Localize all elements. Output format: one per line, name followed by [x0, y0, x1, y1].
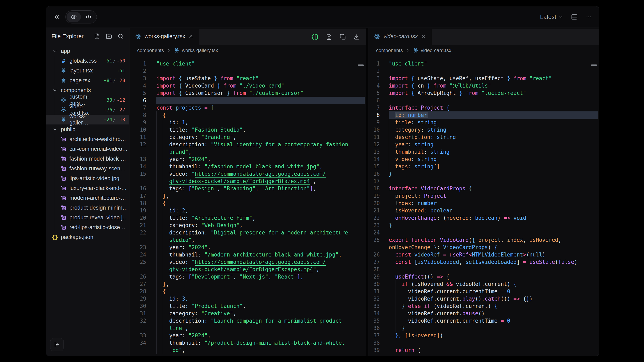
file-item-package.json[interactable]: {}package.json [46, 232, 129, 242]
line-number: 22 [368, 214, 389, 222]
line-number: 31 [368, 288, 389, 295]
line-number: 13 [130, 155, 156, 163]
file-item-luxury-car-black-and-[interactable]: luxury-car-black-and-… [46, 183, 129, 193]
tab-works-gallery[interactable]: works-gallery.tsx [130, 28, 199, 45]
react-file-icon [60, 67, 66, 74]
editor-splitter[interactable] [366, 28, 368, 356]
code-text: { [156, 200, 366, 207]
collapse-sidebar-button[interactable] [50, 338, 64, 352]
image-file-icon [60, 185, 66, 191]
line-number: 8 [368, 111, 389, 119]
code-text: category: "Branding", [156, 133, 366, 141]
diff-stats: +51/-50 [104, 58, 125, 63]
file-item-product-design-minim-[interactable]: product-design-minim… [46, 203, 129, 213]
react-file-icon [60, 97, 66, 103]
code-text: { [156, 111, 366, 119]
split-diff-icon[interactable] [311, 33, 318, 41]
code-text: video: "https://commondatastorage.google… [156, 258, 366, 266]
download-icon[interactable] [353, 33, 360, 40]
line-number: 24 [130, 251, 156, 258]
line-number: 15 [130, 170, 156, 178]
code-line: 21 category: "Web Design", [130, 222, 366, 229]
code-text: tags: ["Design", "Branding", "Art Direct… [156, 185, 366, 192]
version-dropdown[interactable]: Latest [540, 14, 563, 20]
file-item-page.tsx[interactable]: page.tsx+81/-28 [46, 75, 129, 85]
line-number: 27 [130, 280, 156, 288]
file-diff-icon[interactable] [326, 33, 332, 40]
file-item-product-reveal-video.j-[interactable]: product-reveal-video.j… [46, 213, 129, 222]
file-item-modern-architecture-[interactable]: modern-architecture-… [46, 193, 129, 203]
file-item-layout.tsx[interactable]: layout.tsx+51 [46, 66, 129, 75]
tabstrip-right: video-card.tsx [368, 28, 599, 45]
line-number [130, 178, 156, 185]
code-text: year: "2024", [156, 155, 366, 163]
code-text: title: "Architecture Firm", [156, 214, 366, 222]
file-item-lips-artistic-video.jpg[interactable]: lips-artistic-video.jpg [46, 173, 129, 183]
line-number: 12 [130, 141, 156, 148]
panel-bottom-icon[interactable] [571, 13, 578, 20]
line-number: 31 [130, 310, 156, 317]
preview-toggle-button[interactable] [66, 12, 81, 22]
code-editor-video-card[interactable]: 1"use client"23import { useState, useRef… [368, 56, 599, 356]
code-text: category: "Web Design", [156, 222, 366, 229]
line-number: 9 [130, 119, 156, 126]
top-toolbar: Latest [46, 6, 599, 28]
file-item-fashion-model-black-[interactable]: fashion-model-black-… [46, 154, 129, 164]
more-options-icon[interactable] [586, 14, 592, 20]
close-tab-icon[interactable] [421, 34, 426, 39]
code-text: const projects = [ [156, 104, 366, 111]
code-text [389, 178, 599, 185]
breadcrumb-folder[interactable]: components [137, 47, 164, 53]
code-text: title: string [389, 119, 599, 126]
code-line: 16 tags: ["Design", "Branding", "Art Dir… [130, 185, 366, 192]
line-number: 13 [368, 148, 389, 155]
code-line: 25 video: "https://commondatastorage.goo… [130, 258, 366, 266]
folder-item-public[interactable]: public [46, 124, 129, 134]
code-text: } [389, 222, 599, 229]
close-tab-icon[interactable] [188, 34, 193, 39]
code-line: 15 video: "https://commondatastorage.goo… [130, 170, 366, 178]
code-text: videoRef.current.play().catch(() => {}) [389, 295, 599, 302]
code-line: 17 }, [130, 192, 366, 200]
line-number: 39 [368, 347, 389, 354]
breadcrumb-folder[interactable]: components [376, 47, 403, 53]
file-item-architecture-walkthro-[interactable]: architecture-walkthro… [46, 134, 129, 144]
code-line: 31 videoRef.current.currentTime = 0 [368, 288, 599, 295]
breadcrumb-file[interactable]: video-card.tsx [421, 47, 451, 53]
chevrons-left-icon[interactable] [53, 13, 60, 20]
copy-icon[interactable] [339, 33, 346, 40]
new-file-icon[interactable] [94, 33, 100, 39]
file-item-globals.css[interactable]: #globals.css+51/-50 [46, 56, 129, 66]
search-icon[interactable] [118, 33, 124, 39]
file-item-fashion-runway-scen-[interactable]: fashion-runway-scen… [46, 164, 129, 173]
code-line: 18interface VideoCardProps { [368, 185, 599, 192]
code-line: 19 project: Project [368, 192, 599, 200]
code-line: brand", [130, 148, 366, 155]
code-text: import { ArrowUpRight } from "lucide-rea… [389, 89, 599, 97]
line-number: 23 [130, 244, 156, 251]
code-text: category: "Creative", [156, 310, 366, 317]
breadcrumb-file[interactable]: works-gallery.tsx [182, 47, 218, 53]
code-text [156, 97, 366, 104]
code-text: tags: string[] [389, 163, 599, 170]
file-label: architecture-walkthro… [70, 136, 126, 142]
code-text: import { CustomCursor } from "./custom-c… [156, 89, 366, 97]
line-number: 11 [130, 133, 156, 141]
code-line: 15 tags: string[] [368, 163, 599, 170]
code-line: studio", [130, 236, 366, 244]
line-number: 6 [130, 97, 156, 104]
folder-item-app[interactable]: app [46, 46, 129, 56]
css-file-icon: # [60, 58, 66, 64]
code-editor-works-gallery[interactable]: 1"use client"23import { useState } from … [130, 56, 366, 356]
code-line: 34 thumbnail: "/product-design-minimalis… [130, 339, 366, 347]
version-label: Latest [540, 14, 556, 20]
code-text: videoRef.current.pause() [389, 310, 599, 317]
tab-video-card[interactable]: video-card.tsx [368, 28, 432, 45]
file-item-red-lips-artistic-close-[interactable]: red-lips-artistic-close… [46, 222, 129, 232]
code-toggle-button[interactable] [81, 12, 96, 22]
code-text: if (isHovered && videoRef.current) { [389, 280, 599, 288]
file-item-car-commercial-video-[interactable]: car-commercial-video… [46, 144, 129, 154]
chevron-down-icon [52, 87, 58, 93]
file-item-works-galler-[interactable]: works-galler…+24/-13 [46, 115, 129, 124]
new-folder-icon[interactable] [106, 33, 112, 39]
